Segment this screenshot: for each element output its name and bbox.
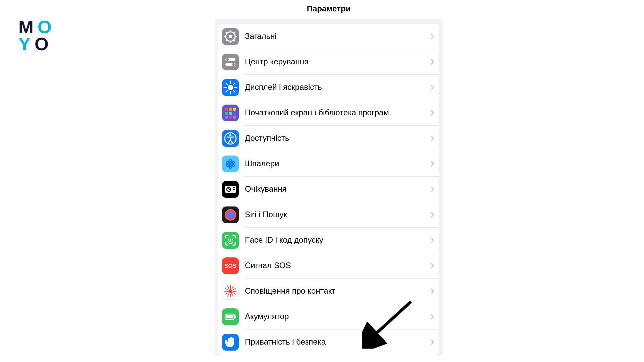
battery-icon — [222, 308, 239, 325]
settings-row-label: Сповіщення про контакт — [245, 286, 429, 296]
svg-line-58 — [225, 293, 228, 294]
logo-letter: O — [35, 36, 51, 53]
exposure-icon — [222, 283, 239, 300]
settings-row-privacy[interactable]: Приватність і безпека — [218, 329, 439, 355]
settings-row-control[interactable]: Центр керування — [218, 49, 439, 74]
settings-row-label: Шпалери — [245, 159, 429, 169]
svg-line-8 — [234, 32, 235, 33]
svg-line-54 — [233, 293, 235, 294]
privacy-icon — [222, 334, 239, 351]
svg-rect-26 — [225, 112, 228, 115]
svg-point-49 — [225, 209, 236, 221]
svg-line-55 — [232, 293, 233, 296]
settings-row-label: Очікування — [245, 184, 429, 194]
svg-rect-28 — [233, 112, 236, 115]
chevron-right-icon — [429, 135, 434, 141]
settings-row-battery[interactable]: Акумулятор — [218, 304, 439, 329]
settings-row-label: Акумулятор — [245, 312, 429, 321]
svg-line-2 — [234, 40, 235, 41]
settings-row-label: Початковий екран і бібліотека програм — [245, 108, 429, 118]
svg-point-65 — [228, 289, 232, 293]
chevron-right-icon — [429, 288, 434, 294]
settings-row-sos[interactable]: SOSСигнал SOS — [218, 253, 439, 278]
siri-icon — [222, 206, 239, 223]
settings-row-label: Центр керування — [245, 57, 429, 67]
sos-icon: SOS — [222, 257, 239, 274]
svg-line-57 — [228, 293, 229, 296]
settings-row-wallpaper[interactable]: Шпалери — [218, 151, 439, 176]
standby-icon — [222, 181, 239, 198]
svg-line-63 — [232, 286, 233, 289]
svg-point-40 — [229, 163, 232, 165]
settings-row-homescreen[interactable]: Початковий екран і бібліотека програм — [218, 100, 439, 125]
moyo-logo: M O Y O — [18, 18, 54, 53]
display-icon — [222, 79, 239, 96]
svg-text:SOS: SOS — [224, 263, 236, 269]
page-title: Параметри — [215, 0, 443, 19]
chevron-right-icon — [429, 186, 434, 192]
svg-point-9 — [229, 35, 232, 38]
logo-letter: Y — [18, 36, 33, 53]
logo-letter: O — [38, 18, 54, 36]
settings-row-display[interactable]: Дисплей і яскравість — [218, 75, 439, 100]
svg-rect-27 — [229, 112, 232, 115]
settings-row-accessibility[interactable]: Доступність — [218, 126, 439, 151]
general-icon — [222, 28, 239, 45]
chevron-right-icon — [429, 59, 434, 65]
control-icon — [222, 54, 239, 70]
svg-line-6 — [226, 32, 227, 33]
svg-point-33 — [229, 134, 231, 136]
settings-row-label: Siri і Пошук — [245, 210, 429, 220]
svg-line-18 — [226, 90, 228, 92]
chevron-right-icon — [429, 110, 434, 116]
svg-line-64 — [233, 288, 235, 290]
svg-rect-68 — [235, 315, 236, 318]
settings-row-label: Сигнал SOS — [245, 261, 429, 270]
svg-rect-23 — [225, 108, 228, 111]
svg-line-61 — [228, 286, 229, 289]
settings-panel: Параметри ЗагальніЦентр керуванняДисплей… — [215, 0, 443, 355]
wallpaper-icon — [222, 156, 239, 172]
settings-row-standby[interactable]: Очікування — [218, 177, 439, 202]
svg-point-13 — [232, 63, 235, 66]
svg-line-22 — [233, 83, 235, 84]
svg-rect-24 — [229, 108, 232, 111]
settings-row-exposure[interactable]: Сповіщення про контакт — [218, 279, 439, 304]
settings-group: ЗагальніЦентр керуванняДисплей і яскраві… — [218, 24, 439, 355]
svg-rect-67 — [226, 315, 233, 318]
homescreen-icon — [222, 105, 239, 121]
logo-letter: M — [18, 18, 36, 36]
chevron-right-icon — [429, 339, 434, 345]
chevron-right-icon — [429, 314, 434, 319]
svg-point-14 — [228, 85, 233, 90]
settings-row-label: Доступність — [245, 133, 429, 143]
svg-rect-31 — [233, 116, 236, 119]
settings-row-general[interactable]: Загальні — [218, 24, 439, 49]
chevron-right-icon — [429, 161, 434, 167]
settings-row-label: Face ID і код допуску — [245, 235, 429, 245]
chevron-right-icon — [429, 34, 434, 39]
svg-rect-29 — [225, 116, 228, 119]
accessibility-icon — [222, 130, 239, 147]
settings-row-label: Загальні — [245, 32, 429, 41]
svg-point-11 — [226, 58, 229, 61]
svg-line-4 — [226, 40, 227, 41]
svg-line-60 — [225, 288, 228, 290]
svg-rect-30 — [229, 116, 232, 119]
svg-rect-25 — [233, 108, 236, 111]
settings-row-label: Приватність і безпека — [245, 337, 429, 347]
chevron-right-icon — [429, 263, 434, 268]
settings-row-label: Дисплей і яскравість — [245, 82, 429, 92]
chevron-right-icon — [429, 237, 434, 243]
settings-row-siri[interactable]: Siri і Пошук — [218, 202, 439, 227]
faceid-icon — [222, 232, 239, 249]
chevron-right-icon — [429, 84, 434, 90]
settings-row-faceid[interactable]: Face ID і код допуску — [218, 228, 439, 253]
svg-line-20 — [226, 83, 228, 84]
chevron-right-icon — [429, 212, 434, 218]
svg-line-16 — [233, 90, 235, 92]
